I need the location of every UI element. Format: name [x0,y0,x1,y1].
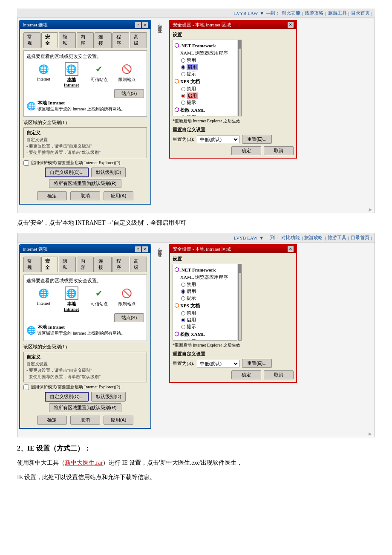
nav-link-1[interactable]: 对比功能 [282,10,300,16]
tab-advanced[interactable]: 高级 [130,32,147,48]
xaml-prompt-radio[interactable] [181,72,185,76]
sec-cancel-btn-2[interactable]: 取消 [264,370,294,379]
reset-btn-2[interactable]: 重置(E)... [242,359,272,368]
scroll-indicator-2[interactable] [238,264,242,341]
protect-mode-checkbox-2[interactable] [23,384,29,390]
cancel-btn-1[interactable]: 取消 [70,191,100,200]
custom-level-btn-2[interactable]: 自定义级别(C)... [45,392,89,402]
scroll-indicator-1[interactable] [238,40,242,116]
xaml2-enable-option[interactable]: 启用 [181,288,236,295]
tab-general[interactable]: 常规 [23,32,40,48]
apply-btn-1[interactable]: 应用(A) [104,191,133,200]
xps2-prompt-radio[interactable] [181,325,185,329]
body-link[interactable]: 新中大医生.rar [65,460,103,466]
xaml-enable-radio[interactable] [181,65,185,69]
nav-link-2-4[interactable]: 目录首页 [351,234,369,241]
xaml-disable-option[interactable]: 禁用 [181,57,236,64]
tab-content[interactable]: 内容 [77,32,94,48]
xps2-enable-option[interactable]: 启用 [181,317,236,323]
default-level-btn[interactable]: 默认级别(D) [91,168,126,177]
bottom-btns-2: 确定 取消 应用(A) [23,416,147,425]
loose2-disable-radio[interactable] [181,340,185,341]
xaml2-prompt-radio[interactable] [181,296,185,301]
tab2-security[interactable]: 安全 [41,257,58,272]
xps-disable-radio[interactable] [181,87,185,91]
xps-prompt-option[interactable]: 提示 [181,99,236,106]
tab2-privacy[interactable]: 隐私 [59,257,76,272]
xaml-enable-option[interactable]: 启用 [181,64,236,70]
sec-close-btn[interactable]: ✕ [288,22,294,28]
sec-cancel-btn[interactable]: 取消 [264,146,294,155]
dialog-help-btn-2[interactable]: ? [135,246,141,252]
protect-mode-checkbox[interactable] [23,160,29,166]
xps-prompt-radio[interactable] [181,101,185,105]
custom-level-btn[interactable]: 自定义级别(C)... [45,168,89,177]
xaml2-enable-label: 启用 [187,288,196,295]
reset-btn[interactable]: 重置(E)... [242,135,272,144]
nav-link-3[interactable]: 旅游工具 [328,10,347,16]
sec-ok-btn[interactable]: 确定 [231,146,261,155]
xaml-disable-radio[interactable] [181,58,185,63]
xps-icon: ⬡ [174,78,179,85]
tab2-content[interactable]: 内容 [77,257,94,272]
xps-enable-radio[interactable] [181,94,185,98]
xaml2-prompt-option[interactable]: 提示 [181,295,236,301]
tab2-programs[interactable]: 程序 [112,257,130,272]
tab2-connections[interactable]: 连接 [95,257,112,272]
tab-programs[interactable]: 程序 [112,32,130,48]
zone-local-intranet[interactable]: 🌐 本地Intranet [60,62,83,87]
reset-all-zones-btn[interactable]: 将所有区域重置为默认级别(R) [49,179,121,188]
xaml2-disable-radio[interactable] [181,283,185,287]
zone-internet[interactable]: 🌐 Internet [32,62,55,81]
zone-restricted[interactable]: 🚫 限制站点 [115,62,138,83]
reset-to-select-2[interactable]: 中低(默认) [197,360,239,367]
loose2-disable-option[interactable]: 禁用 [181,338,236,341]
dialog-close-btn[interactable]: ✕ [142,22,148,28]
settings-list-box[interactable]: ⬡ .NET Framework XAML 浏览器应用程序 禁用 启用 [173,40,237,116]
loose-disable-radio[interactable] [181,116,185,117]
sites-btn-2[interactable]: 站点(S) [114,313,144,322]
nav-link-2[interactable]: 旅游攻略 [305,10,323,16]
sec-ok-btn-2[interactable]: 确定 [231,370,261,379]
tab2-advanced[interactable]: 高级 [130,257,147,272]
tab-connections[interactable]: 连接 [95,32,112,48]
dialog-help-btn[interactable]: ? [135,22,141,28]
nav-link-2-1[interactable]: 对比功能 [281,234,300,241]
xaml2-enable-radio[interactable] [181,289,185,294]
protect-mode-label-2: 启用保护模式(需要重新启动 Internet Explorer)(P) [31,384,120,390]
tab2-general[interactable]: 常规 [23,257,40,272]
xps2-disable-radio[interactable] [181,311,185,315]
xps2-enable-radio[interactable] [181,318,185,322]
reset-to-select[interactable]: 中低(默认) [197,136,239,143]
dialog-close-btn-2[interactable]: ✕ [142,246,148,252]
zone2-local-intranet[interactable]: 🌐 本地Intranet [60,286,83,312]
reset-all-zones-btn-2[interactable]: 将所有区域重置为默认级别(R) [49,403,121,412]
ok-btn-1[interactable]: 确定 [37,191,67,200]
tab-privacy[interactable]: 隐私 [59,32,76,48]
default-level-btn-2[interactable]: 默认级别(D) [91,392,126,402]
apply-btn-2[interactable]: 应用(A) [104,416,133,425]
xps-disable-option[interactable]: 禁用 [181,86,236,92]
xaml2-disable-option[interactable]: 禁用 [181,281,236,288]
xps-disable-label: 禁用 [187,86,196,92]
zone2-restricted[interactable]: 🚫 限制站点 [115,286,138,307]
sites-btn[interactable]: 站点(S) [114,89,144,98]
nav-link-2-2[interactable]: 旅游攻略 [304,234,323,241]
zone2-internet[interactable]: 🌐 Internet [32,286,55,306]
zone2-restricted-label: 限制站点 [118,301,135,307]
tab-security[interactable]: 安全 [41,32,58,48]
xps2-prompt-option[interactable]: 提示 [181,324,236,330]
xps2-disable-option[interactable]: 禁用 [181,310,236,316]
xaml-prompt-option[interactable]: 提示 [181,71,236,77]
zone-trusted[interactable]: ✔ 可信站点 [87,62,111,83]
cancel-btn-2[interactable]: 取消 [70,416,100,425]
zone2-trusted[interactable]: ✔ 可信站点 [87,286,111,307]
settings-list-box-2[interactable]: ⬡ .NET Framework XAML 浏览器应用程序 禁用 启用 [173,264,237,341]
scroll-thumb-2 [239,264,241,273]
loose-disable-option[interactable]: 禁用 [181,114,236,116]
nav-link-2-3[interactable]: 旅游工具 [328,234,346,241]
nav-link-4[interactable]: 目录首页 [351,10,370,16]
sec-close-btn-2[interactable]: ✕ [288,246,294,252]
ok-btn-2[interactable]: 确定 [37,416,67,425]
xps-enable-option[interactable]: 启用 [181,92,236,99]
